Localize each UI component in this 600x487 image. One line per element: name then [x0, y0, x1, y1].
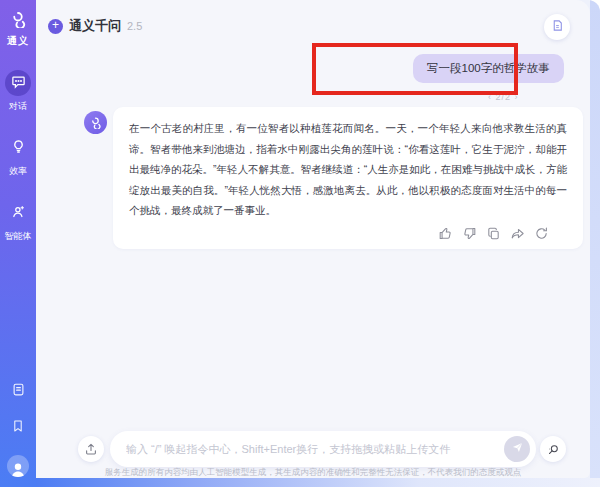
logo-label: 通义: [7, 34, 29, 48]
sidebar-item-efficiency[interactable]: 效率: [5, 135, 31, 178]
model-version: 2.5: [127, 20, 142, 32]
scrollbar-track[interactable]: [590, 0, 600, 480]
user-message-bubble[interactable]: 写一段100字的哲学故事: [413, 54, 564, 83]
sidebar-item-agents[interactable]: 智能体: [5, 200, 32, 243]
conversation-header: + 通义千问 2.5: [48, 17, 142, 35]
upload-button[interactable]: [78, 436, 104, 462]
model-title: 通义千问: [69, 17, 121, 35]
app-window: 通义 对话: [0, 0, 600, 487]
agent-person-icon: [11, 204, 26, 223]
window-bottom-edge: [36, 478, 600, 487]
dislike-icon[interactable]: [462, 226, 477, 241]
user-avatar[interactable]: [7, 455, 29, 477]
assistant-message-text: 在一个古老的村庄里，有一位智者以种植莲花而闻名。一天，一个年轻人来向他求教生活的…: [129, 118, 567, 221]
like-icon[interactable]: [438, 226, 453, 241]
paper-plane-icon: [511, 440, 524, 458]
message-action-bar: [129, 226, 567, 241]
sidebar-item-label: 对话: [9, 100, 27, 113]
new-chat-button[interactable]: +: [48, 19, 63, 34]
send-button[interactable]: [504, 436, 530, 462]
regenerate-icon[interactable]: [534, 226, 549, 241]
history-notes-button[interactable]: [544, 14, 570, 40]
sidebar-item-label: 智能体: [5, 230, 32, 243]
tongyi-knot-icon: [9, 14, 27, 31]
app-logo[interactable]: 通义: [7, 10, 29, 48]
assistant-message-bubble: 在一个古老的村庄里，有一位智者以种植莲花而闻名。一天，一个年轻人来向他求教生活的…: [113, 107, 583, 249]
assistant-avatar: [84, 111, 107, 134]
message-pagination[interactable]: ‹ 2/2 ›: [488, 92, 519, 102]
plus-icon: +: [52, 18, 59, 32]
sidebar: 通义 对话: [0, 0, 36, 487]
ai-disclaimer: 服务生成的所有内容均由人工智能模型生成，其生成内容的准确性和完整性无法保证，不代…: [36, 467, 590, 478]
message-composer: [110, 431, 536, 467]
message-input[interactable]: [126, 443, 504, 455]
composer-resize-button[interactable]: [540, 436, 566, 462]
sidebar-item-label: 效率: [9, 165, 27, 178]
share-icon[interactable]: [510, 226, 525, 241]
bookmark-icon[interactable]: [11, 419, 25, 437]
chat-bubble-icon: [11, 74, 26, 93]
sidebar-item-chat[interactable]: 对话: [5, 70, 31, 113]
copy-icon[interactable]: [486, 226, 501, 241]
chat-panel: + 通义千问 2.5 写一段100字的哲学故事 ‹ 2/2 ›: [36, 0, 590, 478]
document-icon[interactable]: [11, 382, 26, 401]
note-icon: [551, 18, 564, 36]
user-message-text: 写一段100字的哲学故事: [427, 61, 550, 76]
lightbulb-icon: [11, 139, 26, 158]
